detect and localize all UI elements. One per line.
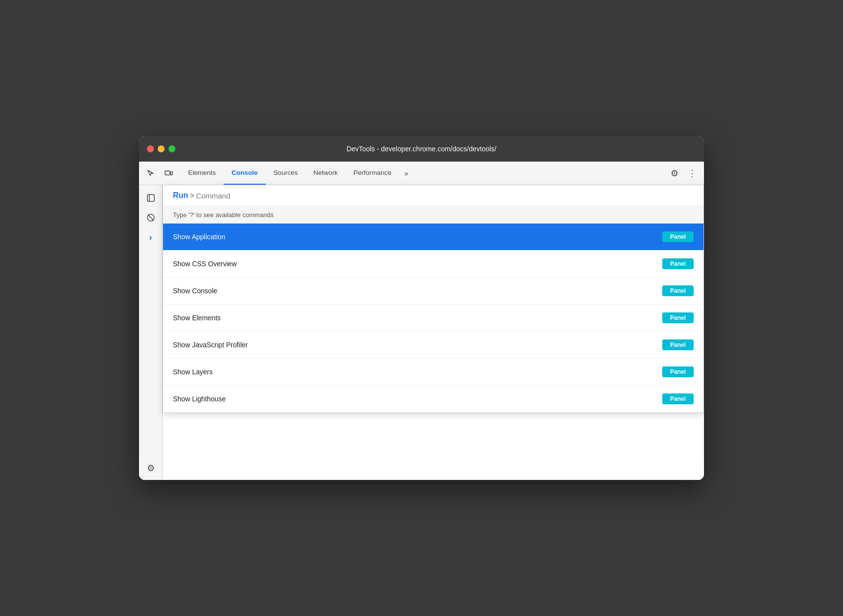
tab-overflow-button[interactable]: » bbox=[399, 162, 413, 185]
svg-rect-0 bbox=[165, 171, 170, 175]
command-name: Show Console bbox=[173, 287, 217, 295]
svg-rect-2 bbox=[147, 195, 154, 201]
panel-badge: Panel bbox=[662, 258, 694, 269]
hint-text: Type '?' to see available commands bbox=[173, 211, 274, 219]
tab-performance[interactable]: Performance bbox=[346, 162, 399, 185]
tab-console[interactable]: Console bbox=[224, 162, 265, 185]
side-settings-button[interactable]: ⚙ bbox=[143, 460, 159, 476]
panel-badge: Panel bbox=[662, 312, 694, 323]
command-name: Show Elements bbox=[173, 314, 221, 322]
command-item-show-application[interactable]: Show Application Panel bbox=[163, 224, 703, 251]
panel-badge: Panel bbox=[662, 339, 694, 350]
command-name: Show Lighthouse bbox=[173, 395, 225, 403]
settings-button[interactable]: ⚙ bbox=[667, 166, 682, 181]
no-recording-button[interactable] bbox=[142, 209, 160, 226]
command-name: Show Layers bbox=[173, 368, 213, 376]
maximize-button[interactable] bbox=[169, 145, 175, 152]
panel-badge: Panel bbox=[662, 285, 694, 296]
chevron-right-icon: > bbox=[190, 192, 194, 199]
command-input-row: Run > bbox=[163, 185, 703, 206]
panel-toggle-button[interactable] bbox=[142, 189, 160, 207]
tab-sources[interactable]: Sources bbox=[266, 162, 306, 185]
command-input[interactable] bbox=[196, 192, 694, 200]
command-item-show-layers[interactable]: Show Layers Panel bbox=[163, 359, 703, 386]
titlebar: DevTools - developer.chrome.com/docs/dev… bbox=[139, 136, 704, 162]
toolbar-left bbox=[143, 166, 176, 181]
command-item-show-javascript-profiler[interactable]: Show JavaScript Profiler Panel bbox=[163, 332, 703, 359]
command-list: Show Application Panel Show CSS Overview… bbox=[163, 224, 703, 413]
tabs: Elements Console Sources Network Perform… bbox=[180, 162, 667, 185]
traffic-lights bbox=[147, 145, 175, 152]
command-name: Show CSS Overview bbox=[173, 260, 237, 268]
expand-button[interactable]: › bbox=[142, 228, 160, 246]
command-item-show-elements[interactable]: Show Elements Panel bbox=[163, 305, 703, 332]
window-title: DevTools - developer.chrome.com/docs/dev… bbox=[346, 145, 496, 153]
device-toolbar-button[interactable] bbox=[161, 166, 176, 181]
command-item-show-css-overview[interactable]: Show CSS Overview Panel bbox=[163, 251, 703, 278]
tab-network[interactable]: Network bbox=[306, 162, 346, 185]
panel-badge: Panel bbox=[662, 393, 694, 404]
devtools-body: › ⚙ Run > Type '?' to see available comm… bbox=[139, 185, 704, 480]
svg-rect-1 bbox=[170, 172, 172, 175]
command-item-show-lighthouse[interactable]: Show Lighthouse Panel bbox=[163, 386, 703, 413]
main-toolbar: Elements Console Sources Network Perform… bbox=[139, 162, 704, 185]
more-options-button[interactable]: ⋮ bbox=[684, 166, 700, 181]
tab-elements[interactable]: Elements bbox=[180, 162, 224, 185]
toolbar-right: ⚙ ⋮ bbox=[667, 166, 700, 181]
command-item-show-console[interactable]: Show Console Panel bbox=[163, 278, 703, 305]
command-name: Show Application bbox=[173, 233, 225, 241]
run-label: Run bbox=[173, 191, 188, 200]
close-button[interactable] bbox=[147, 145, 154, 152]
main-content: Run > Type '?' to see available commands… bbox=[163, 185, 704, 480]
svg-line-5 bbox=[148, 215, 154, 221]
panel-badge: Panel bbox=[662, 366, 694, 377]
panel-badge: Panel bbox=[662, 231, 694, 242]
minimize-button[interactable] bbox=[158, 145, 165, 152]
devtools-window: DevTools - developer.chrome.com/docs/dev… bbox=[139, 136, 704, 480]
side-toolbar: › ⚙ bbox=[139, 185, 163, 480]
select-element-button[interactable] bbox=[143, 166, 159, 181]
command-palette: Run > Type '?' to see available commands… bbox=[163, 185, 704, 413]
command-name: Show JavaScript Profiler bbox=[173, 341, 248, 349]
hint-row: Type '?' to see available commands bbox=[163, 206, 703, 224]
